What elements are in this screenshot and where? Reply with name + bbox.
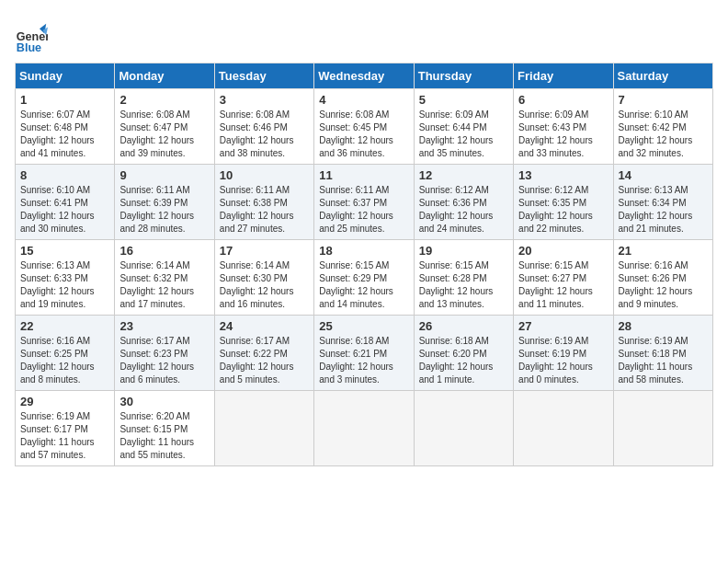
day-number: 24 — [220, 319, 309, 333]
calendar-cell: 18 Sunrise: 6:15 AMSunset: 6:29 PMDaylig… — [314, 240, 414, 316]
calendar-cell: 13 Sunrise: 6:12 AMSunset: 6:35 PMDaylig… — [514, 165, 613, 240]
day-number: 10 — [220, 168, 309, 182]
calendar-cell: 24 Sunrise: 6:17 AMSunset: 6:22 PMDaylig… — [214, 316, 313, 391]
calendar-cell: 16 Sunrise: 6:14 AMSunset: 6:32 PMDaylig… — [115, 240, 214, 316]
day-number: 21 — [619, 244, 708, 258]
day-number: 22 — [20, 319, 109, 333]
day-number: 16 — [119, 244, 209, 258]
day-number: 12 — [419, 168, 508, 182]
day-header-wednesday: Wednesday — [314, 63, 414, 89]
calendar-cell: 11 Sunrise: 6:11 AMSunset: 6:37 PMDaylig… — [314, 165, 414, 240]
cell-info: Sunrise: 6:18 AMSunset: 6:20 PMDaylight:… — [419, 336, 494, 385]
cell-info: Sunrise: 6:07 AMSunset: 6:48 PMDaylight:… — [20, 109, 95, 158]
cell-info: Sunrise: 6:12 AMSunset: 6:36 PMDaylight:… — [419, 185, 494, 234]
calendar-cell: 9 Sunrise: 6:11 AMSunset: 6:39 PMDayligh… — [115, 165, 214, 240]
day-number: 29 — [20, 395, 109, 408]
day-number: 13 — [518, 168, 608, 182]
calendar-cell: 3 Sunrise: 6:08 AMSunset: 6:46 PMDayligh… — [214, 89, 313, 165]
day-number: 9 — [119, 168, 209, 182]
day-number: 5 — [419, 93, 508, 107]
day-header-sunday: Sunday — [16, 63, 115, 89]
day-number: 26 — [419, 319, 508, 333]
day-header-saturday: Saturday — [613, 63, 712, 89]
cell-info: Sunrise: 6:17 AMSunset: 6:23 PMDaylight:… — [119, 336, 194, 385]
calendar-cell: 15 Sunrise: 6:13 AMSunset: 6:33 PMDaylig… — [16, 240, 115, 316]
calendar-cell — [414, 391, 513, 466]
calendar-cell: 25 Sunrise: 6:18 AMSunset: 6:21 PMDaylig… — [314, 316, 414, 391]
day-header-friday: Friday — [514, 63, 613, 89]
cell-info: Sunrise: 6:10 AMSunset: 6:41 PMDaylight:… — [20, 185, 95, 234]
calendar-cell — [214, 391, 313, 466]
cell-info: Sunrise: 6:13 AMSunset: 6:33 PMDaylight:… — [20, 260, 95, 309]
cell-info: Sunrise: 6:20 AMSunset: 6:15 PMDaylight:… — [119, 411, 194, 460]
calendar-cell: 28 Sunrise: 6:19 AMSunset: 6:18 PMDaylig… — [613, 316, 712, 391]
day-number: 15 — [20, 244, 109, 258]
cell-info: Sunrise: 6:10 AMSunset: 6:42 PMDaylight:… — [619, 109, 693, 158]
cell-info: Sunrise: 6:19 AMSunset: 6:19 PMDaylight:… — [518, 336, 593, 385]
cell-info: Sunrise: 6:18 AMSunset: 6:21 PMDaylight:… — [319, 336, 393, 385]
calendar-week-row: 22 Sunrise: 6:16 AMSunset: 6:25 PMDaylig… — [16, 316, 713, 391]
page-header: General Blue — [15, 15, 713, 55]
calendar-cell: 19 Sunrise: 6:15 AMSunset: 6:28 PMDaylig… — [414, 240, 513, 316]
calendar-cell: 1 Sunrise: 6:07 AMSunset: 6:48 PMDayligh… — [16, 89, 115, 165]
cell-info: Sunrise: 6:13 AMSunset: 6:34 PMDaylight:… — [619, 185, 693, 234]
calendar-header-row: SundayMondayTuesdayWednesdayThursdayFrid… — [16, 63, 713, 89]
day-number: 3 — [220, 93, 309, 107]
calendar-week-row: 1 Sunrise: 6:07 AMSunset: 6:48 PMDayligh… — [16, 89, 713, 165]
day-number: 11 — [319, 168, 408, 182]
day-number: 4 — [319, 93, 408, 107]
day-number: 28 — [619, 319, 708, 333]
day-number: 20 — [518, 244, 608, 258]
calendar-cell: 2 Sunrise: 6:08 AMSunset: 6:47 PMDayligh… — [115, 89, 214, 165]
calendar-cell: 29 Sunrise: 6:19 AMSunset: 6:17 PMDaylig… — [16, 391, 115, 466]
calendar-week-row: 15 Sunrise: 6:13 AMSunset: 6:33 PMDaylig… — [16, 240, 713, 316]
day-header-monday: Monday — [115, 63, 214, 89]
cell-info: Sunrise: 6:09 AMSunset: 6:43 PMDaylight:… — [518, 109, 593, 158]
calendar-cell: 7 Sunrise: 6:10 AMSunset: 6:42 PMDayligh… — [613, 89, 712, 165]
cell-info: Sunrise: 6:15 AMSunset: 6:29 PMDaylight:… — [319, 260, 393, 309]
cell-info: Sunrise: 6:08 AMSunset: 6:46 PMDaylight:… — [220, 109, 294, 158]
day-number: 6 — [518, 93, 608, 107]
day-header-tuesday: Tuesday — [214, 63, 313, 89]
calendar-cell: 5 Sunrise: 6:09 AMSunset: 6:44 PMDayligh… — [414, 89, 513, 165]
cell-info: Sunrise: 6:08 AMSunset: 6:47 PMDaylight:… — [119, 109, 194, 158]
day-number: 1 — [20, 93, 109, 107]
calendar-cell: 6 Sunrise: 6:09 AMSunset: 6:43 PMDayligh… — [514, 89, 613, 165]
calendar-cell: 4 Sunrise: 6:08 AMSunset: 6:45 PMDayligh… — [314, 89, 414, 165]
cell-info: Sunrise: 6:16 AMSunset: 6:26 PMDaylight:… — [619, 260, 693, 309]
day-number: 7 — [619, 93, 708, 107]
calendar-week-row: 8 Sunrise: 6:10 AMSunset: 6:41 PMDayligh… — [16, 165, 713, 240]
cell-info: Sunrise: 6:08 AMSunset: 6:45 PMDaylight:… — [319, 109, 393, 158]
cell-info: Sunrise: 6:12 AMSunset: 6:35 PMDaylight:… — [518, 185, 593, 234]
cell-info: Sunrise: 6:09 AMSunset: 6:44 PMDaylight:… — [419, 109, 494, 158]
day-number: 25 — [319, 319, 408, 333]
day-number: 14 — [619, 168, 708, 182]
cell-info: Sunrise: 6:11 AMSunset: 6:39 PMDaylight:… — [119, 185, 194, 234]
calendar-cell — [514, 391, 613, 466]
day-number: 19 — [419, 244, 508, 258]
cell-info: Sunrise: 6:14 AMSunset: 6:32 PMDaylight:… — [119, 260, 194, 309]
day-number: 18 — [319, 244, 408, 258]
cell-info: Sunrise: 6:11 AMSunset: 6:38 PMDaylight:… — [220, 185, 294, 234]
svg-text:Blue: Blue — [17, 41, 41, 54]
calendar-cell — [613, 391, 712, 466]
calendar-cell: 23 Sunrise: 6:17 AMSunset: 6:23 PMDaylig… — [115, 316, 214, 391]
calendar-cell: 14 Sunrise: 6:13 AMSunset: 6:34 PMDaylig… — [613, 165, 712, 240]
calendar-cell: 27 Sunrise: 6:19 AMSunset: 6:19 PMDaylig… — [514, 316, 613, 391]
calendar-cell: 21 Sunrise: 6:16 AMSunset: 6:26 PMDaylig… — [613, 240, 712, 316]
cell-info: Sunrise: 6:15 AMSunset: 6:28 PMDaylight:… — [419, 260, 494, 309]
calendar-cell: 20 Sunrise: 6:15 AMSunset: 6:27 PMDaylig… — [514, 240, 613, 316]
cell-info: Sunrise: 6:14 AMSunset: 6:30 PMDaylight:… — [220, 260, 294, 309]
day-number: 27 — [518, 319, 608, 333]
day-number: 23 — [119, 319, 209, 333]
cell-info: Sunrise: 6:11 AMSunset: 6:37 PMDaylight:… — [319, 185, 393, 234]
day-number: 8 — [20, 168, 109, 182]
day-number: 17 — [220, 244, 309, 258]
cell-info: Sunrise: 6:17 AMSunset: 6:22 PMDaylight:… — [220, 336, 294, 385]
calendar-cell: 17 Sunrise: 6:14 AMSunset: 6:30 PMDaylig… — [214, 240, 313, 316]
logo-icon: General Blue — [15, 22, 48, 55]
calendar-cell: 8 Sunrise: 6:10 AMSunset: 6:41 PMDayligh… — [16, 165, 115, 240]
day-number: 30 — [119, 395, 209, 408]
calendar-cell: 10 Sunrise: 6:11 AMSunset: 6:38 PMDaylig… — [214, 165, 313, 240]
cell-info: Sunrise: 6:19 AMSunset: 6:17 PMDaylight:… — [20, 411, 95, 460]
